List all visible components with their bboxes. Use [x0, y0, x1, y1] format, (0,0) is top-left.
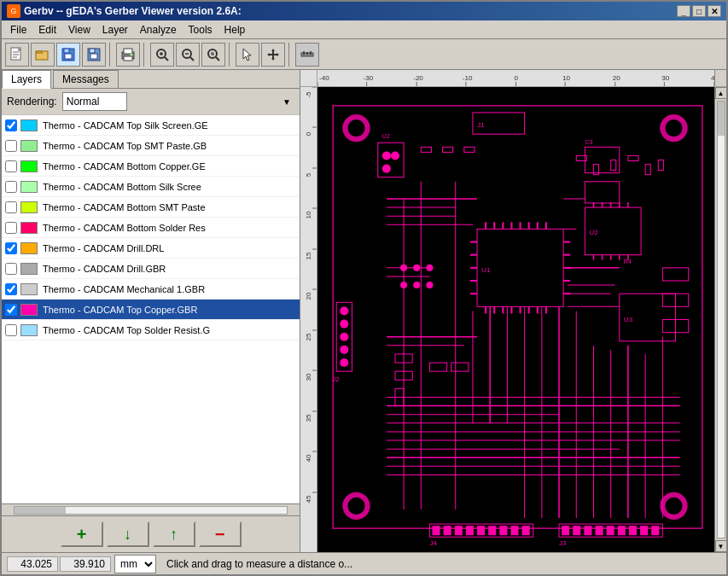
layer-checkbox-0[interactable] — [5, 119, 17, 131]
svg-line-16 — [165, 57, 168, 61]
svg-text:-20: -20 — [413, 74, 423, 82]
svg-text:25: 25 — [305, 333, 312, 340]
layer-item[interactable]: Thermo - CADCAM Top SMT Paste.GB — [2, 136, 300, 156]
svg-text:C3: C3 — [585, 139, 592, 145]
layer-checkbox-6[interactable] — [5, 242, 17, 254]
svg-point-106 — [340, 306, 348, 315]
svg-rect-99 — [607, 526, 614, 535]
layer-name-6: Thermo - CADCAM Drill.DRL — [43, 243, 164, 253]
scroll-down-button[interactable]: ▼ — [715, 540, 727, 552]
layer-item[interactable]: Thermo - CADCAM Bottom Silk Scree — [2, 177, 300, 197]
rendering-label: Rendering: — [7, 96, 57, 108]
svg-point-82 — [665, 497, 682, 515]
svg-line-23 — [216, 57, 219, 61]
maximize-button[interactable]: □ — [692, 5, 706, 17]
remove-layer-button[interactable]: − — [199, 521, 242, 547]
svg-text:J2: J2 — [332, 375, 340, 383]
layer-checkbox-5[interactable] — [5, 222, 17, 234]
title-bar: G Gerbv -- gEDA's Gerber Viewer version … — [2, 2, 726, 20]
layer-checkbox-4[interactable] — [5, 201, 17, 213]
move-down-button[interactable]: ↓ — [107, 521, 149, 547]
menu-view[interactable]: View — [63, 22, 96, 38]
layer-checkbox-2[interactable] — [5, 160, 17, 172]
right-panel: -40 -30 -20 -10 0 10 20 — [300, 70, 726, 552]
svg-point-108 — [340, 333, 348, 341]
title-bar-left: G Gerbv -- gEDA's Gerber Viewer version … — [7, 4, 242, 18]
menu-file[interactable]: File — [5, 22, 32, 38]
svg-point-14 — [131, 53, 133, 55]
layer-item[interactable]: Thermo - CADCAM Drill.GBR — [2, 259, 300, 279]
menu-analyze[interactable]: Analyze — [135, 22, 182, 38]
v-scroll-track[interactable] — [717, 101, 725, 538]
svg-rect-100 — [618, 526, 626, 535]
layer-name-10: Thermo - CADCAM Top Solder Resist.G — [43, 325, 210, 335]
ruler-scroll-corner — [714, 70, 726, 87]
vertical-scrollbar[interactable]: ▲ ▼ — [714, 87, 726, 552]
save-project-button[interactable] — [56, 43, 80, 67]
toolbar-sep2 — [143, 43, 147, 67]
svg-point-109 — [340, 346, 348, 354]
layer-name-2: Thermo - CADCAM Bottom Copper.GE — [43, 161, 206, 172]
svg-text:15: 15 — [305, 252, 312, 259]
rendering-select[interactable]: Normal Fast High Quality — [62, 92, 127, 111]
svg-text:-10: -10 — [463, 74, 473, 82]
measure-button[interactable] — [295, 43, 319, 67]
open-button[interactable] — [31, 43, 55, 67]
layer-item[interactable]: Thermo - CADCAM Bottom Solder Res — [2, 218, 300, 238]
new-button[interactable] — [5, 43, 29, 67]
zoom-fit-button[interactable] — [201, 43, 225, 67]
x-coord: 43.025 — [7, 556, 58, 572]
left-panel: Layers Messages Rendering: Normal Fast H… — [2, 70, 300, 552]
ruler-v-svg: -5 0 5 10 15 20 25 — [300, 87, 317, 531]
tab-messages[interactable]: Messages — [53, 70, 119, 88]
layer-checkbox-10[interactable] — [5, 324, 17, 336]
svg-rect-103 — [651, 526, 659, 535]
zoom-out-button[interactable] — [176, 43, 200, 67]
zoom-in-button[interactable] — [150, 43, 174, 67]
svg-point-216 — [413, 282, 420, 288]
menu-layer[interactable]: Layer — [97, 22, 133, 38]
menu-tools[interactable]: Tools — [183, 22, 218, 38]
move-up-button[interactable]: ↑ — [153, 521, 195, 547]
pcb-canvas[interactable]: J4 — [317, 87, 714, 552]
svg-text:-5: -5 — [305, 91, 312, 98]
layer-item[interactable]: Thermo - CADCAM Bottom SMT Paste — [2, 197, 300, 218]
horizontal-scrollbar[interactable] — [2, 503, 300, 515]
add-layer-button[interactable]: + — [61, 521, 103, 547]
svg-rect-102 — [640, 526, 648, 535]
layer-name-4: Thermo - CADCAM Bottom SMT Paste — [43, 202, 206, 212]
layer-checkbox-3[interactable] — [5, 181, 17, 193]
layer-item-selected[interactable]: Thermo - CADCAM Top Copper.GBR — [2, 300, 300, 320]
svg-text:-30: -30 — [364, 74, 374, 82]
h-scroll-thumb[interactable] — [15, 507, 66, 514]
layer-checkbox-7[interactable] — [5, 263, 17, 275]
layer-name-8: Thermo - CADCAM Mechanical 1.GBR — [43, 284, 205, 294]
layer-item[interactable]: Thermo - CADCAM Top Solder Resist.G — [2, 320, 300, 340]
layer-item[interactable]: Thermo - CADCAM Drill.DRL — [2, 238, 300, 259]
unit-select[interactable]: mm inch mil — [114, 555, 156, 573]
h-scroll-track[interactable] — [14, 506, 288, 515]
layer-item[interactable]: Thermo - CADCAM Bottom Copper.GE — [2, 156, 300, 177]
print-button[interactable] — [116, 43, 140, 67]
svg-rect-13 — [124, 56, 132, 61]
tab-layers[interactable]: Layers — [2, 70, 51, 89]
layer-item[interactable]: Thermo - CADCAM Top Silk Screen.GE — [2, 115, 300, 136]
ruler-h-wrap: -40 -30 -20 -10 0 10 20 — [300, 70, 726, 87]
menu-help[interactable]: Help — [219, 22, 251, 38]
svg-text:35: 35 — [305, 414, 312, 422]
pointer-tool-button[interactable] — [236, 43, 259, 67]
move-tool-button[interactable] — [261, 43, 285, 67]
layer-item[interactable]: Thermo - CADCAM Mechanical 1.GBR — [2, 279, 300, 300]
v-scroll-thumb[interactable] — [718, 102, 725, 136]
menu-edit[interactable]: Edit — [33, 22, 61, 38]
layer-checkbox-1[interactable] — [5, 140, 17, 152]
layer-checkbox-8[interactable] — [5, 283, 17, 295]
save-button[interactable] — [82, 43, 106, 67]
layer-checkbox-9[interactable] — [5, 304, 17, 316]
minimize-button[interactable]: _ — [677, 5, 690, 17]
close-button[interactable]: ✕ — [708, 5, 721, 17]
scroll-up-button[interactable]: ▲ — [715, 87, 727, 99]
svg-point-212 — [400, 265, 407, 271]
layer-color-5 — [20, 222, 38, 234]
layer-color-10 — [20, 324, 38, 336]
